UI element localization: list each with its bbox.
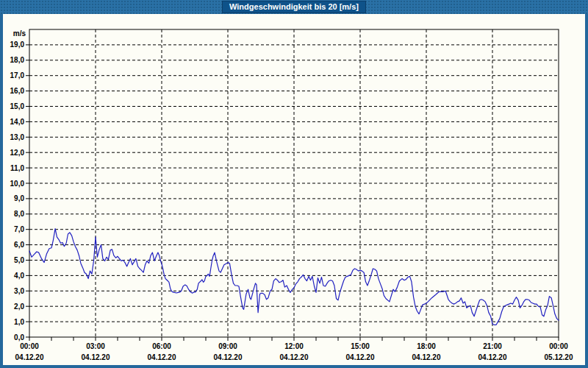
chart-area: 0,01,02,03,04,05,06,07,08,09,010,011,012… <box>3 14 585 365</box>
y-tick-label: 12,0 <box>10 149 25 157</box>
x-tick-time-label: 21:00 <box>483 342 502 350</box>
y-tick-label: 3,0 <box>14 287 24 295</box>
y-tick-label: 4,0 <box>14 272 24 280</box>
y-axis-ticks <box>26 45 29 337</box>
y-tick-label: 0,0 <box>14 333 24 342</box>
chart-title: Windgeschwindigkeit bis 20 [m/s] <box>222 1 366 13</box>
x-tick-date-label: 04.12.20 <box>478 353 507 361</box>
x-tick-time-label: 00:00 <box>549 342 568 350</box>
x-tick-date-label: 04.12.20 <box>82 353 110 361</box>
x-tick-date-label: 04.12.20 <box>214 353 243 361</box>
x-tick-date-label: 04.12.20 <box>15 353 44 361</box>
y-tick-label: 7,0 <box>14 225 24 233</box>
chart-window: Windgeschwindigkeit bis 20 [m/s] 0,01,02… <box>0 0 588 368</box>
x-tick-date-label: 04.12.20 <box>412 353 441 361</box>
x-tick-date-label: 05.12.20 <box>545 353 573 361</box>
y-tick-label: 2,0 <box>14 302 24 311</box>
y-tick-label: 10,0 <box>10 180 25 188</box>
y-tick-label: 16,0 <box>10 87 25 95</box>
x-tick-time-label: 18:00 <box>417 342 436 350</box>
y-tick-label: 17,0 <box>10 71 25 79</box>
x-tick-time-label: 15:00 <box>351 342 370 350</box>
x-date-labels: 04.12.2004.12.2004.12.2004.12.2004.12.20… <box>15 353 573 361</box>
wind-speed-line-chart: 0,01,02,03,04,05,06,07,08,09,010,011,012… <box>3 14 585 365</box>
x-tick-time-label: 12:00 <box>284 342 304 350</box>
x-tick-date-label: 04.12.20 <box>280 353 309 361</box>
y-axis-unit-label: m/s <box>13 29 26 38</box>
y-tick-label: 6,0 <box>14 241 24 249</box>
y-tick-label: 9,0 <box>14 194 24 202</box>
y-tick-label: 15,0 <box>10 102 25 110</box>
x-tick-time-label: 03:00 <box>86 342 105 350</box>
y-tick-label: 19,0 <box>10 40 25 49</box>
x-tick-date-label: 04.12.20 <box>346 353 375 361</box>
x-tick-time-label: 00:00 <box>20 342 39 350</box>
y-tick-label: 11,0 <box>10 164 24 172</box>
x-tick-date-label: 04.12.20 <box>148 353 176 361</box>
x-time-labels: 00:0003:0006:0009:0012:0015:0018:0021:00… <box>20 342 568 350</box>
y-tick-label: 13,0 <box>10 133 25 141</box>
y-tick-label: 18,0 <box>10 56 25 64</box>
y-axis-labels: 0,01,02,03,04,05,06,07,08,09,010,011,012… <box>10 40 25 341</box>
y-tick-label: 5,0 <box>14 256 24 264</box>
x-tick-time-label: 09:00 <box>218 342 237 350</box>
title-bar: Windgeschwindigkeit bis 20 [m/s] <box>0 0 588 14</box>
x-tick-time-label: 06:00 <box>152 342 171 350</box>
y-tick-label: 1,0 <box>14 318 24 326</box>
x-axis-ticks <box>29 337 559 341</box>
y-tick-label: 8,0 <box>14 210 24 218</box>
y-tick-label: 14,0 <box>10 118 25 126</box>
